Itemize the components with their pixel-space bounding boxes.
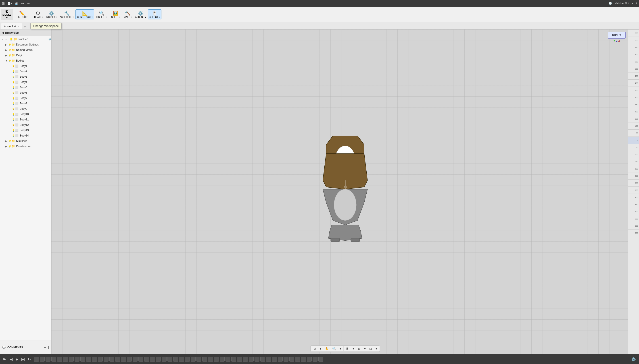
anim-tool-18[interactable] bbox=[133, 357, 138, 362]
add-tab-button[interactable]: + bbox=[22, 24, 28, 29]
grid-toggle-button[interactable]: ▦ bbox=[356, 346, 362, 351]
tree-item-body9[interactable]: 💡 ⬜ Body9 bbox=[0, 106, 51, 112]
display-dropdown[interactable]: ▾ bbox=[351, 346, 356, 351]
select-tool[interactable]: 🖱️ SELECT ▾ bbox=[148, 9, 161, 20]
construct-tool[interactable]: 📐 CONSTRUCT ▾ bbox=[76, 9, 94, 20]
save-button[interactable]: 💾 bbox=[15, 2, 18, 5]
addins-tool[interactable]: ⚙️ ADD-INS ▾ bbox=[134, 10, 147, 19]
view-toggle-button[interactable]: ⊟ bbox=[368, 346, 373, 351]
tree-item-named-views[interactable]: ▶ 💡 📁 Named Views bbox=[0, 47, 51, 53]
sketch-tool[interactable]: ✏️ SKETCH ▾ bbox=[16, 10, 29, 19]
anim-tool-32[interactable] bbox=[214, 357, 219, 362]
help-button[interactable]: ? bbox=[636, 2, 637, 5]
tree-item-body1[interactable]: 💡 ⬜ Body1 bbox=[0, 63, 51, 69]
anim-tool-34[interactable] bbox=[225, 357, 230, 362]
tree-item-body7[interactable]: 💡 ⬜ Body7 bbox=[0, 96, 51, 101]
tree-item-sketches[interactable]: ▶ 💡 📁 Sketches bbox=[0, 138, 51, 144]
tree-item-body14[interactable]: 💡 ⬜ Body14 bbox=[0, 133, 51, 138]
anim-next-button[interactable]: ▶| bbox=[21, 357, 26, 362]
tree-item-body2[interactable]: 💡 ⬜ Body2 bbox=[0, 69, 51, 74]
assemble-tool[interactable]: 🔧 ASSEMBLE ▾ bbox=[59, 10, 75, 19]
tree-item-body13[interactable]: 💡 ⬜ Body13 bbox=[0, 128, 51, 133]
zoom-button[interactable]: 🔍 bbox=[331, 346, 337, 351]
modify-tool[interactable]: ⚙️ MODIFY ▾ bbox=[45, 10, 58, 19]
anim-tool-3[interactable] bbox=[46, 357, 51, 362]
anim-tool-11[interactable] bbox=[92, 357, 97, 362]
tree-item-body8[interactable]: 💡 ⬜ Body8 bbox=[0, 101, 51, 106]
anim-tool-17[interactable] bbox=[127, 357, 132, 362]
tree-item-body12[interactable]: 💡 ⬜ Body12 bbox=[0, 122, 51, 128]
grid-dropdown[interactable]: ▾ bbox=[363, 346, 367, 351]
anim-tool-33[interactable] bbox=[220, 357, 225, 362]
camera-fit-button[interactable]: ⊕ bbox=[312, 346, 317, 351]
comments-settings-icon[interactable]: | bbox=[48, 346, 49, 350]
anim-tool-41[interactable] bbox=[266, 357, 271, 362]
model-selector[interactable]: 🏗 MODEL ▼ bbox=[1, 9, 13, 20]
anim-tool-46[interactable] bbox=[295, 357, 300, 362]
anim-prev-button[interactable]: ◀ bbox=[9, 357, 14, 362]
anim-tool-31[interactable] bbox=[208, 357, 213, 362]
anim-tool-43[interactable] bbox=[278, 357, 283, 362]
anim-tool-4[interactable] bbox=[51, 357, 56, 362]
tree-root-settings-icon[interactable]: ⚙️ bbox=[49, 38, 51, 40]
anim-tool-27[interactable] bbox=[185, 357, 190, 362]
anim-tool-14[interactable] bbox=[109, 357, 114, 362]
canvas-area[interactable]: RIGHT Y Z X 750 700 650 600 550 500 450 … bbox=[51, 30, 639, 354]
tree-item-body6[interactable]: 💡 ⬜ Body6 bbox=[0, 90, 51, 96]
anim-tool-28[interactable] bbox=[191, 357, 196, 362]
tree-item-body10[interactable]: 💡 ⬜ Body10 bbox=[0, 112, 51, 117]
anim-tool-25[interactable] bbox=[173, 357, 178, 362]
anim-tool-35[interactable] bbox=[231, 357, 236, 362]
file-menu-icon[interactable]: 📄▾ bbox=[7, 2, 12, 5]
comments-expand-icon[interactable]: + bbox=[44, 346, 46, 350]
tree-item-document-settings[interactable]: ▶ 💡 📁 Document Settings bbox=[0, 42, 51, 47]
anim-tool-15[interactable] bbox=[115, 357, 120, 362]
make-tool[interactable]: 🔨 MAKE ▾ bbox=[122, 10, 133, 19]
anim-tool-50[interactable] bbox=[318, 357, 323, 362]
anim-tool-13[interactable] bbox=[104, 357, 109, 362]
anim-tool-19[interactable] bbox=[138, 357, 143, 362]
create-tool[interactable]: ⬡ CREATE ▾ bbox=[31, 10, 45, 19]
anim-tool-36[interactable] bbox=[237, 357, 242, 362]
anim-tool-21[interactable] bbox=[150, 357, 155, 362]
display-mode-button[interactable]: 🖥 bbox=[345, 346, 350, 351]
anim-tool-49[interactable] bbox=[312, 357, 317, 362]
anim-tool-23[interactable] bbox=[162, 357, 167, 362]
view-cube[interactable]: RIGHT Y Z X bbox=[608, 32, 625, 50]
tree-item-bodies[interactable]: ▼ 💡 📁 Bodies bbox=[0, 58, 51, 63]
tree-item-body11[interactable]: 💡 ⬜ Body11 bbox=[0, 117, 51, 122]
tree-item-origin[interactable]: ▶ 💡 📁 Origin bbox=[0, 53, 51, 58]
anim-tool-39[interactable] bbox=[254, 357, 259, 362]
undo-button[interactable]: ↩▾ bbox=[21, 2, 24, 5]
tree-root[interactable]: ▼ ▼ 💡 📁 stool v7 ⚙️ bbox=[0, 36, 51, 42]
anim-end-button[interactable]: ⏭ bbox=[27, 357, 33, 362]
anim-tool-8[interactable] bbox=[75, 357, 80, 362]
anim-tool-40[interactable] bbox=[260, 357, 265, 362]
anim-tool-9[interactable] bbox=[80, 357, 85, 362]
browser-collapse-icon[interactable]: ◀ bbox=[2, 31, 4, 34]
anim-play-button[interactable]: ▶ bbox=[15, 357, 19, 362]
tab-close-icon[interactable]: ✕ bbox=[18, 25, 20, 28]
apps-grid-icon[interactable]: ⊞ bbox=[2, 1, 5, 6]
insert-tool[interactable]: 🖼️ INSERT ▾ bbox=[109, 10, 122, 19]
anim-tool-2[interactable] bbox=[40, 357, 45, 362]
pan-button[interactable]: ✋ bbox=[324, 346, 330, 351]
anim-tool-24[interactable] bbox=[167, 357, 172, 362]
zoom-dropdown[interactable]: ▾ bbox=[338, 346, 343, 351]
anim-tool-12[interactable] bbox=[98, 357, 103, 362]
tree-item-body5[interactable]: 💡 ⬜ Body5 bbox=[0, 85, 51, 90]
tree-item-body4[interactable]: 💡 ⬜ Body4 bbox=[0, 80, 51, 85]
anim-tool-16[interactable] bbox=[121, 357, 126, 362]
anim-tool-45[interactable] bbox=[289, 357, 294, 362]
camera-orbit-button[interactable]: ▾ bbox=[318, 346, 323, 351]
anim-tool-48[interactable] bbox=[307, 357, 312, 362]
anim-tool-30[interactable] bbox=[202, 357, 207, 362]
tree-item-construction[interactable]: ▶ 💡 📁 Construction bbox=[0, 144, 51, 149]
anim-tool-1[interactable] bbox=[34, 357, 39, 362]
anim-tool-37[interactable] bbox=[243, 357, 248, 362]
redo-button[interactable]: ↪▾ bbox=[27, 2, 31, 5]
anim-tool-22[interactable] bbox=[156, 357, 161, 362]
anim-tool-7[interactable] bbox=[69, 357, 74, 362]
anim-tool-26[interactable] bbox=[179, 357, 184, 362]
user-dropdown-icon[interactable]: ▾ bbox=[632, 2, 633, 5]
